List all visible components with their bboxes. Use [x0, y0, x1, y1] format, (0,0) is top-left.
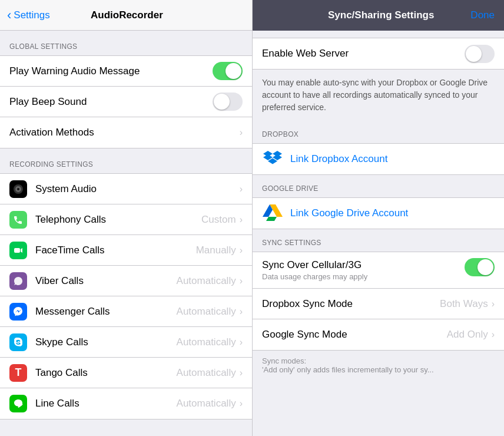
system-audio-icon [9, 180, 27, 198]
right-nav-bar: Sync/Sharing Settings Done [253, 0, 504, 31]
sync-cellular-toggle[interactable] [465, 258, 495, 276]
facetime-icon [9, 242, 27, 259]
enable-web-server-label: Enable Web Server [262, 48, 465, 60]
chevron-icon: › [240, 368, 243, 378]
dropbox-sync-mode-value: Both Ways [440, 298, 488, 310]
link-google-label: Link Google Drive Account [290, 207, 408, 219]
google-drive-icon [262, 203, 283, 224]
line-icon [9, 395, 27, 412]
tango-calls-row[interactable]: T Tango Calls Automatically › [0, 358, 252, 388]
play-warning-label: Play Warning Audio Message [9, 65, 213, 77]
tango-value: Automatically [177, 367, 236, 379]
sync-cellular-row[interactable]: Sync Over Cellular/3G Data usage charges… [253, 252, 504, 289]
web-server-toggle[interactable] [465, 45, 495, 63]
chevron-icon: › [240, 276, 243, 286]
telephony-label: Telephony Calls [35, 214, 201, 226]
telephony-icon [9, 211, 27, 229]
bottom-note: Sync modes:'Add only' only adds files in… [253, 351, 504, 380]
global-settings-group: Play Warning Audio Message Play Beep Sou… [0, 55, 252, 148]
toggle-knob [466, 46, 482, 62]
dropbox-group: Link Dropbox Account [253, 143, 504, 175]
play-warning-toggle[interactable] [213, 62, 243, 80]
system-audio-label: System Audio [35, 183, 240, 195]
activation-methods-row[interactable]: Activation Methods › [0, 117, 252, 148]
sync-cellular-label: Sync Over Cellular/3G [262, 259, 465, 271]
toggle-knob [226, 63, 241, 79]
facetime-label: FaceTime Calls [35, 245, 196, 256]
recording-section-header: RECORDING SETTINGS [0, 148, 252, 173]
chevron-icon: › [240, 245, 243, 256]
svg-marker-12 [266, 217, 277, 221]
skype-label: Skype Calls [35, 336, 177, 348]
dropbox-sync-mode-row[interactable]: Dropbox Sync Mode Both Ways › [253, 289, 504, 319]
svg-marker-4 [21, 248, 22, 253]
messenger-value: Automatically [177, 306, 236, 318]
left-nav-title: AudioRecorder [50, 9, 204, 21]
viber-value: Automatically [177, 275, 236, 287]
activation-methods-label: Activation Methods [9, 127, 240, 138]
sync-group: Sync Over Cellular/3G Data usage charges… [253, 252, 504, 351]
right-nav-title: Sync/Sharing Settings [291, 9, 470, 21]
viber-label: Viber Calls [35, 275, 177, 287]
tango-label: Tango Calls [35, 367, 177, 379]
enable-web-server-row[interactable]: Enable Web Server [253, 38, 504, 69]
done-button[interactable]: Done [470, 9, 495, 21]
chevron-icon: › [240, 184, 243, 194]
dropbox-icon [262, 148, 283, 170]
chevron-icon: › [240, 306, 243, 317]
right-panel: Sync/Sharing Settings Done Enable Web Se… [252, 0, 504, 436]
messenger-label: Messenger Calls [35, 306, 177, 318]
left-nav-bar: ‹ Settings AudioRecorder [0, 0, 252, 31]
messenger-calls-row[interactable]: Messenger Calls Automatically › [0, 296, 252, 327]
info-text: You may enable auto-sync with your Dropb… [253, 70, 504, 121]
line-value: Automatically [177, 398, 236, 409]
chevron-icon: › [492, 329, 495, 340]
recording-settings-group: System Audio › Telephony Calls Custom › … [0, 173, 252, 420]
google-sync-mode-label: Google Sync Mode [262, 329, 447, 341]
sync-section-header: SYNC SETTINGS [253, 229, 504, 252]
left-panel: ‹ Settings AudioRecorder GLOBAL SETTINGS… [0, 0, 252, 436]
telephony-value: Custom [201, 214, 236, 226]
skype-calls-row[interactable]: Skype Calls Automatically › [0, 327, 252, 358]
skype-value: Automatically [177, 336, 236, 348]
global-section-header: GLOBAL SETTINGS [0, 31, 252, 55]
google-sync-mode-value: Add Only [447, 329, 488, 341]
tango-icon: T [9, 364, 27, 382]
toggle-knob [214, 94, 230, 110]
back-arrow-icon: ‹ [7, 8, 11, 23]
play-warning-row[interactable]: Play Warning Audio Message [0, 56, 252, 87]
chevron-icon: › [240, 214, 243, 225]
play-beep-toggle[interactable] [213, 93, 243, 111]
messenger-icon [9, 303, 27, 321]
sync-cellular-sublabel: Data usage charges may apply [262, 272, 465, 281]
google-section-header: GOOGLE DRIVE [253, 175, 504, 197]
link-dropbox-row[interactable]: Link Dropbox Account [253, 144, 504, 174]
google-sync-mode-row[interactable]: Google Sync Mode Add Only › [253, 319, 504, 350]
dropbox-sync-mode-label: Dropbox Sync Mode [262, 298, 440, 310]
google-group: Link Google Drive Account [253, 197, 504, 229]
toggle-knob [478, 259, 493, 275]
bottom-note-text: Sync modes:'Add only' only adds files in… [262, 356, 434, 374]
sync-cellular-label-wrap: Sync Over Cellular/3G Data usage charges… [262, 258, 465, 281]
line-label: Line Calls [35, 398, 177, 409]
chevron-icon: › [492, 299, 495, 309]
facetime-value: Manually [196, 245, 236, 256]
viber-icon [9, 272, 27, 290]
web-server-group: Enable Web Server [253, 38, 504, 70]
play-beep-label: Play Beep Sound [9, 96, 213, 108]
back-button[interactable]: ‹ Settings [7, 8, 50, 23]
chevron-icon: › [240, 337, 243, 348]
system-audio-row[interactable]: System Audio › [0, 174, 252, 204]
svg-point-2 [17, 188, 19, 190]
facetime-calls-row[interactable]: FaceTime Calls Manually › [0, 235, 252, 266]
back-label: Settings [14, 9, 49, 21]
skype-icon [9, 333, 27, 351]
viber-calls-row[interactable]: Viber Calls Automatically › [0, 266, 252, 296]
play-beep-row[interactable]: Play Beep Sound [0, 87, 252, 117]
line-calls-row[interactable]: Line Calls Automatically › [0, 388, 252, 419]
svg-rect-3 [14, 248, 20, 253]
link-dropbox-label: Link Dropbox Account [290, 153, 387, 165]
telephony-calls-row[interactable]: Telephony Calls Custom › [0, 204, 252, 235]
link-google-row[interactable]: Link Google Drive Account [253, 198, 504, 229]
chevron-icon: › [240, 398, 243, 409]
